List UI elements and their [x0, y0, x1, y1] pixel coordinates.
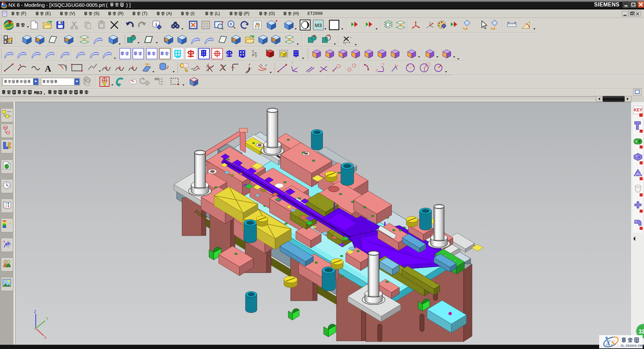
svg-text:,: , [44, 90, 45, 95]
svg-text:(O): (O) [269, 11, 275, 16]
svg-text:(: ( [106, 2, 108, 8]
svg-text:A: A [45, 64, 51, 74]
svg-text:(A): (A) [166, 11, 172, 16]
svg-text:ET2008: ET2008 [308, 11, 323, 16]
svg-text:(V): (V) [69, 11, 75, 16]
svg-text:S: S [611, 339, 615, 347]
svg-text:(R): (R) [118, 11, 123, 16]
svg-text:) ]: ) ] [126, 2, 130, 8]
svg-text:X: X [606, 339, 611, 347]
svg-text:Y: Y [46, 317, 49, 321]
svg-text:MB3: MB3 [34, 90, 42, 96]
svg-text:(I): (I) [191, 11, 195, 16]
svg-text:NX 6 - Modeling - [XSQCJGUG60-: NX 6 - Modeling - [XSQCJGUG60-0005.prt [8, 2, 105, 8]
svg-text:ZL.XS1616.COM: ZL.XS1616.COM [621, 344, 643, 348]
svg-text:(P): (P) [244, 11, 250, 16]
svg-text:P: P [252, 54, 254, 57]
svg-text:SIEMENS: SIEMENS [594, 2, 620, 7]
svg-text:C: C [252, 50, 254, 54]
svg-text:(E): (E) [45, 11, 51, 16]
svg-text:(L): (L) [215, 11, 220, 16]
svg-text:Z: Z [34, 310, 36, 314]
svg-text:X: X [44, 336, 47, 340]
svg-text:Y: Y [255, 55, 257, 58]
svg-text:(S): (S) [94, 11, 99, 16]
svg-text:(T): (T) [142, 11, 147, 16]
svg-text:(F): (F) [21, 11, 26, 16]
svg-text:32: 32 [639, 329, 644, 334]
svg-text:(H): (H) [293, 11, 299, 16]
svg-text:KEY: KEY [634, 108, 642, 112]
